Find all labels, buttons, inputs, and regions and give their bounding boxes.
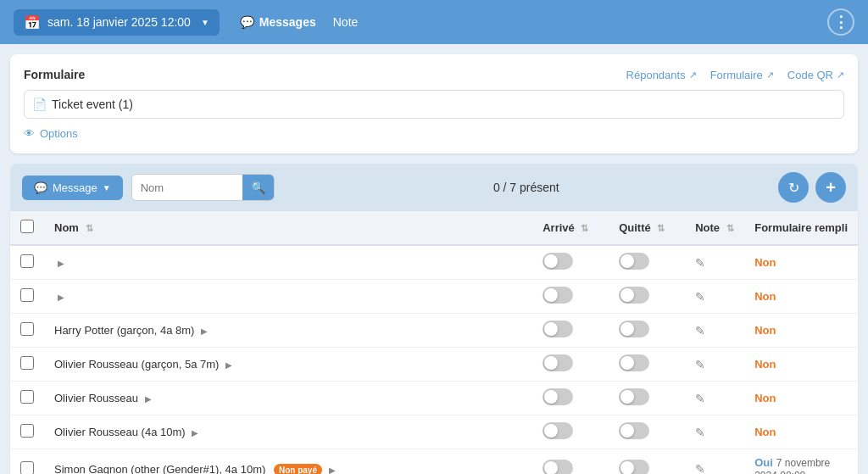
row-arrive-cell <box>532 382 609 415</box>
header-nav: 💬 Messages Note <box>240 15 807 29</box>
arrive-toggle[interactable] <box>542 460 573 475</box>
dropdown-arrow-icon: ▼ <box>103 183 111 192</box>
row-name-cell: Simon Gagnon (other (Gender#1), 4a 10m) … <box>44 449 532 475</box>
more-button[interactable]: ⋮ <box>827 8 854 36</box>
row-quitte-cell <box>609 449 685 475</box>
note-edit-icon[interactable]: ✎ <box>695 462 705 474</box>
note-edit-icon[interactable]: ✎ <box>695 290 705 304</box>
row-note-cell: ✎ <box>685 348 744 382</box>
form-select[interactable]: Ticket event (1) <box>24 90 844 119</box>
row-name-cell: ▶ <box>44 280 532 314</box>
row-checkbox[interactable] <box>20 390 34 404</box>
col-formulaire: Formulaire rempli <box>744 211 858 245</box>
quitte-toggle[interactable] <box>619 354 649 371</box>
row-formulaire-cell: Oui7 novembre 2024 08:08 <box>744 449 858 475</box>
row-name-cell: ▶ <box>44 245 532 280</box>
plus-icon: + <box>826 178 836 198</box>
note-edit-icon[interactable]: ✎ <box>695 426 705 439</box>
search-button[interactable]: 🔍 <box>242 175 274 200</box>
eye-icon: 👁 <box>24 127 35 140</box>
date-label: sam. 18 janvier 2025 12:00 <box>47 15 191 29</box>
arrive-toggle[interactable] <box>542 388 573 405</box>
options-row[interactable]: 👁 Options <box>24 127 844 140</box>
row-name: Simon Gagnon (other (Gender#1), 4a 10m) <box>54 463 265 475</box>
code-qr-link[interactable]: Code QR ↗ <box>787 69 844 81</box>
expand-arrow[interactable]: ▶ <box>225 360 232 370</box>
quitte-toggle[interactable] <box>619 460 649 475</box>
row-checkbox[interactable] <box>20 461 34 475</box>
row-arrive-cell <box>532 245 609 280</box>
external-link-icon: ↗ <box>689 70 697 81</box>
quitte-toggle[interactable] <box>619 287 649 304</box>
external-link-icon: ↗ <box>766 70 774 81</box>
row-checkbox-cell <box>10 348 44 382</box>
header: 📅 sam. 18 janvier 2025 12:00 ▼ 💬 Message… <box>0 0 868 44</box>
row-arrive-cell <box>532 415 609 449</box>
add-button[interactable]: + <box>815 172 846 203</box>
row-checkbox[interactable] <box>20 424 34 438</box>
formulaire-status: Non <box>754 324 776 337</box>
date-button[interactable]: 📅 sam. 18 janvier 2025 12:00 ▼ <box>14 9 220 36</box>
row-checkbox[interactable] <box>20 288 34 302</box>
row-name-cell: Harry Potter (garçon, 4a 8m) ▶ <box>44 314 532 348</box>
expand-arrow[interactable]: ▶ <box>58 259 64 268</box>
note-link[interactable]: Note <box>333 15 359 29</box>
row-checkbox-cell <box>10 245 44 280</box>
expand-arrow[interactable]: ▶ <box>58 293 64 302</box>
refresh-icon: ↻ <box>788 180 799 196</box>
table-row: Olivier Rousseau (4a 10m) ▶✎Non <box>10 415 858 449</box>
arrive-toggle[interactable] <box>542 321 573 337</box>
select-all-checkbox[interactable] <box>20 220 34 233</box>
table-row: Harry Potter (garçon, 4a 8m) ▶✎Non <box>10 314 858 348</box>
arrive-toggle[interactable] <box>542 354 573 371</box>
arrive-toggle[interactable] <box>542 253 573 270</box>
table-row: Olivier Rousseau (garçon, 5a 7m) ▶✎Non <box>10 348 858 382</box>
search-input[interactable] <box>132 176 242 199</box>
table-row: ▶✎Non <box>10 280 858 314</box>
expand-arrow[interactable]: ▶ <box>192 428 198 438</box>
quitte-toggle[interactable] <box>619 422 649 439</box>
arrive-toggle[interactable] <box>542 422 573 439</box>
sort-icon: ⇅ <box>86 223 93 233</box>
attendees-table: Nom ⇅ Arrivé ⇅ Quitté ⇅ Note ⇅ Formulair… <box>10 211 858 474</box>
formulaire-status: Oui <box>754 456 773 469</box>
messages-link[interactable]: 💬 Messages <box>240 15 316 29</box>
table-wrapper: Nom ⇅ Arrivé ⇅ Quitté ⇅ Note ⇅ Formulair… <box>10 211 858 474</box>
row-arrive-cell <box>532 314 609 348</box>
note-edit-icon[interactable]: ✎ <box>695 324 705 337</box>
respondants-link[interactable]: Répondants ↗ <box>626 69 697 81</box>
row-checkbox[interactable] <box>20 322 34 336</box>
formulaire-status: Non <box>754 358 776 371</box>
expand-arrow[interactable]: ▶ <box>329 466 336 475</box>
note-edit-icon[interactable]: ✎ <box>695 256 705 270</box>
more-icon: ⋮ <box>833 13 849 31</box>
formulaire-link[interactable]: Formulaire ↗ <box>710 69 774 81</box>
row-quitte-cell <box>609 280 685 314</box>
note-edit-icon[interactable]: ✎ <box>695 392 705 405</box>
refresh-button[interactable]: ↻ <box>778 172 809 203</box>
row-formulaire-cell: Non <box>744 245 858 280</box>
action-buttons: ↻ + <box>778 172 846 203</box>
quitte-toggle[interactable] <box>619 321 649 337</box>
external-link-icon: ↗ <box>837 70 844 81</box>
row-note-cell: ✎ <box>685 314 744 348</box>
expand-arrow[interactable]: ▶ <box>201 326 208 336</box>
quitte-toggle[interactable] <box>619 253 649 270</box>
col-quitte: Quitté ⇅ <box>609 211 685 245</box>
note-edit-icon[interactable]: ✎ <box>695 358 705 371</box>
row-checkbox-cell <box>10 382 44 415</box>
row-checkbox[interactable] <box>20 356 34 370</box>
arrive-toggle[interactable] <box>542 287 573 304</box>
row-checkbox-cell <box>10 415 44 449</box>
sort-icon: ⇅ <box>657 223 665 233</box>
form-section: Formulaire Répondants ↗ Formulaire ↗ Cod… <box>10 54 858 153</box>
row-checkbox-cell <box>10 449 44 475</box>
quitte-toggle[interactable] <box>619 388 649 405</box>
row-checkbox[interactable] <box>20 254 34 268</box>
message-button[interactable]: 💬 Message ▼ <box>22 176 123 200</box>
expand-arrow[interactable]: ▶ <box>145 394 152 404</box>
formulaire-status: Non <box>754 426 776 438</box>
table-header-row: Nom ⇅ Arrivé ⇅ Quitté ⇅ Note ⇅ Formulair… <box>10 211 858 245</box>
row-arrive-cell <box>532 449 609 475</box>
row-note-cell: ✎ <box>685 382 744 415</box>
